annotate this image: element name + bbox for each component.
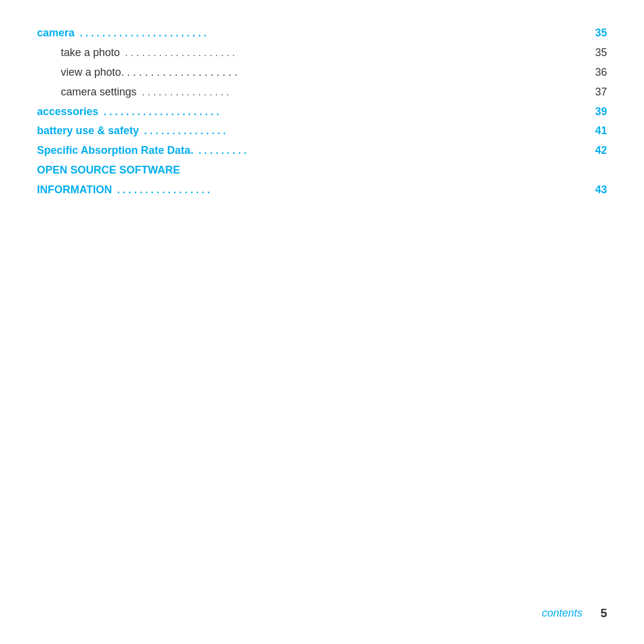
toc-sar-data-dots: . . . . . . . . . [196,143,588,160]
toc-take-a-photo-dots: . . . . . . . . . . . . . . . . . . . . [122,45,588,62]
toc-camera-label: camera [37,24,75,42]
footer-contents-label: contents [542,607,583,620]
toc-sar-data[interactable]: Specific Absorption Rate Data. . . . . .… [37,141,607,160]
toc-battery-use-safety-page: 41 [590,122,607,140]
toc-view-a-photo[interactable]: view a photo. . . . . . . . . . . . . . … [37,63,607,82]
toc-sar-data-label: Specific Absorption Rate Data. [37,141,193,160]
toc-open-source-software[interactable]: OPEN SOURCE SOFTWARE [37,161,607,179]
toc-open-source-software-label: OPEN SOURCE SOFTWARE [37,161,180,179]
toc-camera-dots: . . . . . . . . . . . . . . . . . . . . … [77,25,588,42]
toc-battery-use-safety-dots: . . . . . . . . . . . . . . . [141,123,588,140]
toc-information-page: 43 [590,181,607,199]
toc-take-a-photo[interactable]: take a photo . . . . . . . . . . . . . .… [37,44,607,62]
toc-sar-data-page: 42 [590,141,607,160]
footer-page-number: 5 [600,606,607,620]
toc-battery-use-safety-label: battery use & safety [37,122,139,140]
toc-camera-settings-dots: . . . . . . . . . . . . . . . . [139,84,588,101]
toc-information-label: INFORMATION [37,181,112,199]
toc-view-a-photo-dots [240,64,588,82]
toc-camera[interactable]: camera . . . . . . . . . . . . . . . . .… [37,24,607,42]
toc-view-a-photo-label: view a photo. . . . . . . . . . . . . . … [61,63,237,82]
table-of-contents: camera . . . . . . . . . . . . . . . . .… [0,0,644,199]
toc-battery-use-safety[interactable]: battery use & safety . . . . . . . . . .… [37,122,607,140]
toc-camera-settings[interactable]: camera settings . . . . . . . . . . . . … [37,83,607,101]
toc-camera-settings-label: camera settings [61,83,137,101]
toc-camera-settings-page: 37 [590,83,607,101]
toc-take-a-photo-page: 35 [590,44,607,62]
toc-take-a-photo-label: take a photo [61,44,120,62]
toc-information[interactable]: INFORMATION . . . . . . . . . . . . . . … [37,181,607,199]
page-footer: contents 5 [0,606,644,620]
toc-view-a-photo-page: 36 [590,63,607,82]
toc-information-dots: . . . . . . . . . . . . . . . . . [114,182,588,199]
toc-accessories-dots: . . . . . . . . . . . . . . . . . . . . … [101,104,588,121]
toc-accessories[interactable]: accessories . . . . . . . . . . . . . . … [37,103,607,121]
toc-accessories-label: accessories [37,103,98,121]
toc-accessories-page: 39 [590,103,607,121]
toc-camera-page: 35 [590,24,607,42]
